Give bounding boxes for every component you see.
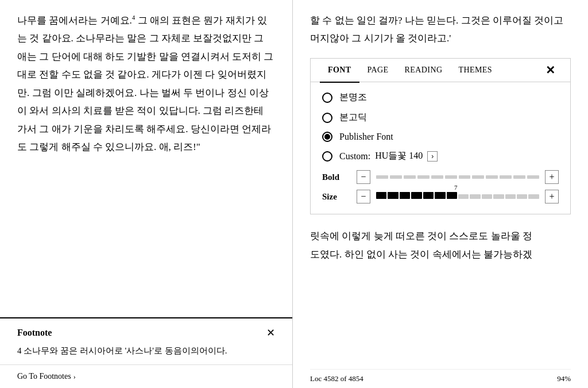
size-track: 7 — [376, 194, 539, 199]
custom-font-expand-button[interactable]: › — [427, 151, 438, 162]
radio-publisher — [322, 132, 332, 142]
bold-segment-7 — [459, 175, 471, 179]
size-seg-3 — [400, 192, 410, 199]
bottom-bar-right: Loc 4582 of 4854 94% — [310, 369, 571, 388]
right-top-text: 할 수 없는 일인 걸까? 나는 믿는다. 그것은 이루어질 것이고 머지않아 … — [310, 11, 571, 48]
custom-font-label: Custom: — [339, 151, 370, 162]
footnote-close-button[interactable]: ✕ — [266, 326, 275, 339]
size-indicator: 7 — [454, 184, 458, 191]
font-label-bonmyeongjo: 본명조 — [339, 91, 367, 103]
footnote-box: Footnote ✕ 4 소나무와 꿈은 러시아어로 '사스나'로 동음이의어이… — [0, 317, 292, 364]
size-label: Size — [322, 192, 351, 202]
bold-segment-10 — [500, 175, 512, 179]
footnote-text: 4 소나무와 꿈은 러시아어로 '사스나'로 동음이의어이다. — [17, 344, 275, 358]
left-body-text: 나무를 꿈에서라는 거예요.4 그 애의 표현은 뭔가 재치가 있는 것 같아요… — [0, 0, 292, 317]
size-seg-8 — [458, 194, 469, 199]
radio-custom — [322, 151, 332, 162]
settings-tabs: FONT PAGE READING THEMES ✕ — [311, 59, 570, 83]
body-text-before-footnote: 나무를 꿈에서라는 거예요. — [17, 15, 132, 26]
size-seg-6 — [435, 192, 445, 199]
bold-segment-1 — [376, 175, 388, 179]
tab-reading[interactable]: READING — [397, 59, 451, 82]
size-seg-13 — [517, 194, 527, 199]
right-bottom-text: 릿속에 이렇게 늦게 떠오른 것이 스스로도 놀라울 정 도였다. 하인 없이 … — [310, 227, 571, 364]
body-text-after-footnote: 그 애의 표현은 뭔가 재치가 있는 것 같아요. 소나무라는 말은 그 자체로… — [17, 15, 273, 152]
radio-bongodik — [322, 113, 332, 123]
size-seg-12 — [505, 194, 516, 199]
font-option-bonmyeongjo[interactable]: 본명조 — [322, 91, 559, 103]
right-bottom-line2: 도였다. 하인 없이 사는 것이 속세에서는 불가능하겠 — [310, 245, 571, 263]
size-seg-2 — [388, 192, 398, 199]
bold-decrease-button[interactable]: − — [357, 170, 370, 184]
bold-label: Bold — [322, 172, 351, 182]
location-text: Loc 4582 of 4854 — [310, 374, 363, 383]
zoom-level: 94% — [557, 374, 571, 383]
right-bottom-line1: 릿속에 이렇게 늦게 떠오른 것이 스스로도 놀라울 정 — [310, 227, 571, 245]
tab-font[interactable]: FONT — [320, 59, 359, 83]
size-seg-7 — [447, 192, 457, 199]
bold-track — [376, 175, 539, 179]
settings-body: 본명조 본고딕 Publisher Font Custom: — [311, 82, 570, 214]
bold-segment-6 — [445, 175, 457, 179]
font-option-bongodik[interactable]: 본고딕 — [322, 112, 559, 124]
size-seg-1 — [376, 192, 386, 199]
size-slider-row: Size − 7 — [322, 190, 559, 203]
size-seg-11 — [493, 194, 504, 199]
custom-font-row: Custom: HU들꽃 140 › — [339, 150, 438, 162]
go-to-footnotes-link[interactable]: Go To Footnotes › — [17, 372, 275, 381]
go-to-footnotes-label: Go To Footnotes — [17, 372, 71, 381]
go-to-footnotes-chevron-icon: › — [74, 372, 76, 381]
bottom-bar-left: Go To Footnotes › — [0, 364, 292, 388]
size-seg-4 — [411, 192, 421, 199]
font-label-bongodik: 본고딕 — [339, 112, 367, 124]
tab-themes[interactable]: THEMES — [450, 59, 500, 82]
tab-page[interactable]: PAGE — [359, 59, 397, 82]
left-panel: 나무를 꿈에서라는 거예요.4 그 애의 표현은 뭔가 재치가 있는 것 같아요… — [0, 0, 293, 388]
custom-font-value: HU들꽃 140 — [375, 150, 423, 162]
size-seg-14 — [528, 194, 539, 199]
main-content: 나무를 꿈에서라는 거예요.4 그 애의 표현은 뭔가 재치가 있는 것 같아요… — [0, 0, 588, 388]
radio-bonmyeongjo — [322, 93, 332, 103]
footnote-header: Footnote ✕ — [17, 326, 275, 339]
bold-segment-5 — [431, 175, 443, 179]
size-seg-5 — [423, 192, 434, 199]
bold-segment-8 — [472, 175, 484, 179]
settings-panel: FONT PAGE READING THEMES ✕ 본명조 본고딕 — [310, 58, 571, 215]
right-panel: 할 수 없는 일인 걸까? 나는 믿는다. 그것은 이루어질 것이고 머지않아 … — [293, 0, 588, 388]
bold-slider-row: Bold − — [322, 170, 559, 184]
size-increase-button[interactable]: + — [545, 190, 559, 203]
font-option-custom[interactable]: Custom: HU들꽃 140 › — [322, 150, 559, 162]
footnote-title: Footnote — [17, 328, 52, 338]
bold-segment-2 — [390, 175, 402, 179]
bold-increase-button[interactable]: + — [545, 170, 559, 184]
bold-segment-12 — [527, 175, 539, 179]
size-seg-10 — [482, 194, 492, 199]
bold-segment-3 — [404, 175, 416, 179]
font-option-publisher[interactable]: Publisher Font — [322, 132, 559, 142]
size-seg-9 — [470, 194, 480, 199]
settings-close-button[interactable]: ✕ — [540, 59, 561, 82]
bold-segment-9 — [486, 175, 498, 179]
bold-segment-4 — [417, 175, 430, 179]
font-label-publisher: Publisher Font — [339, 132, 393, 142]
bold-segment-11 — [513, 175, 525, 179]
size-decrease-button[interactable]: − — [357, 190, 370, 203]
